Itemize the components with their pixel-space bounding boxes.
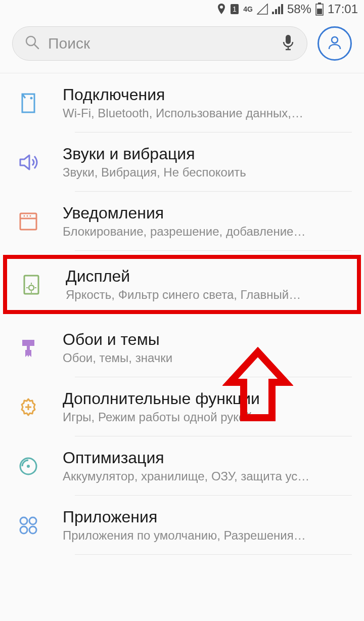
optimize-icon [14,452,42,480]
settings-item-notifications[interactable]: Уведомления Блокирование, разрешение, до… [0,192,364,251]
settings-item-apps[interactable]: Приложения Приложения по умолчанию, Разр… [0,496,364,555]
notifications-icon [14,207,42,236]
svg-rect-2 [272,12,274,14]
search-icon [25,35,40,52]
search-placeholder: Поиск [48,35,274,52]
svg-rect-11 [286,35,291,44]
sound-icon [14,148,42,176]
svg-point-33 [20,517,27,524]
settings-item-subtitle: Яркость, Фильтр синего света, Главный… [66,288,347,302]
svg-point-36 [29,526,36,534]
network-4g-icon: 4G [243,5,253,13]
settings-item-text: Звуки и вибрация Звуки, Вибрация, Не бес… [63,145,350,180]
settings-item-title: Приложения [63,508,350,526]
settings-item-title: Дополнительные функции [63,389,350,408]
signal-triangle-icon [257,4,268,15]
settings-item-title: Уведомления [63,204,350,223]
settings-item-text: Оптимизация Аккумулятор, хранилище, ОЗУ,… [63,449,350,483]
svg-point-32 [27,465,30,468]
settings-item-connections[interactable]: Подключения Wi-Fi, Bluetooth, Использова… [0,73,364,132]
settings-item-title: Обои и темы [63,330,350,349]
clock: 17:01 [328,2,358,16]
svg-point-35 [20,526,27,534]
svg-point-34 [29,517,36,524]
settings-item-title: Оптимизация [63,449,350,467]
settings-item-subtitle: Игры, Режим работы одной рукой [63,410,350,424]
settings-item-text: Уведомления Блокирование, разрешение, до… [63,204,350,239]
svg-point-20 [30,215,31,216]
settings-item-text: Дополнительные функции Игры, Режим работ… [63,389,350,424]
settings-item-subtitle: Звуки, Вибрация, Не беспокоить [63,165,350,180]
signal-bars-icon [272,4,283,15]
svg-text:1: 1 [233,5,237,13]
svg-point-15 [30,97,33,99]
brush-icon [14,334,42,362]
svg-point-22 [29,285,34,290]
battery-icon [315,3,324,16]
settings-item-wallpaper[interactable]: Обои и темы Обои, темы, значки [0,318,364,377]
svg-rect-28 [27,346,30,350]
settings-item-text: Обои и темы Обои, темы, значки [63,330,350,365]
profile-button[interactable] [317,26,352,61]
battery-percent: 58% [287,2,311,16]
svg-point-14 [332,37,338,43]
settings-item-subtitle: Блокирование, разрешение, добавление… [63,225,350,239]
apps-icon [14,511,42,540]
settings-item-title: Дисплей [66,267,347,286]
search-input[interactable]: Поиск [12,26,307,61]
svg-rect-5 [281,4,283,14]
gear-plus-icon [14,393,42,421]
svg-rect-16 [20,213,36,230]
settings-list: Подключения Wi-Fi, Bluetooth, Использова… [0,73,364,555]
settings-item-sounds[interactable]: Звуки и вибрация Звуки, Вибрация, Не бес… [0,132,364,192]
search-header: Поиск [0,18,364,73]
svg-rect-3 [275,9,277,14]
connections-icon [14,89,42,117]
settings-item-subtitle: Wi-Fi, Bluetooth, Использование данных,… [63,106,350,120]
sim-icon: 1 [230,4,239,15]
svg-rect-4 [278,7,280,14]
svg-line-10 [34,45,38,49]
settings-item-text: Подключения Wi-Fi, Bluetooth, Использова… [63,85,350,120]
settings-item-title: Подключения [63,85,350,104]
display-icon [17,271,46,299]
settings-item-advanced[interactable]: Дополнительные функции Игры, Режим работ… [0,377,364,436]
settings-item-text: Дисплей Яркость, Фильтр синего света, Гл… [66,267,347,302]
svg-point-18 [24,215,25,216]
status-bar: 1 4G 58% 17:01 [0,0,364,18]
settings-item-display[interactable]: Дисплей Яркость, Фильтр синего света, Гл… [3,255,361,314]
svg-point-19 [27,215,28,216]
svg-rect-8 [317,9,322,14]
settings-item-subtitle: Аккумулятор, хранилище, ОЗУ, защита ус… [63,469,350,483]
settings-item-subtitle: Обои, темы, значки [63,351,350,365]
svg-rect-27 [22,340,34,346]
location-icon [217,4,226,15]
settings-item-subtitle: Приложения по умолчанию, Разрешения… [63,528,350,543]
settings-item-text: Приложения Приложения по умолчанию, Разр… [63,508,350,543]
microphone-icon[interactable] [282,34,295,53]
settings-item-title: Звуки и вибрация [63,145,350,163]
user-icon [326,34,343,53]
settings-item-maintenance[interactable]: Оптимизация Аккумулятор, хранилище, ОЗУ,… [0,436,364,496]
